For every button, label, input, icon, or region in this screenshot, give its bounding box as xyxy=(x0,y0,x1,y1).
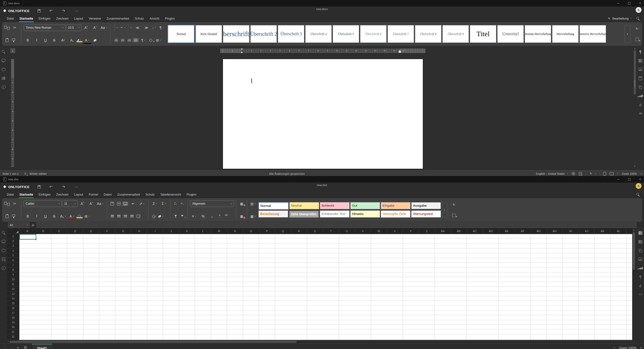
change-case-button[interactable] xyxy=(100,24,108,31)
sidebar-chat[interactable] xyxy=(2,248,6,252)
styles-expand-button[interactable] xyxy=(624,25,630,43)
cell-style[interactable]: Verknüpfte Zelle xyxy=(381,210,410,218)
scroll-down-arrow[interactable]: ▼ xyxy=(634,165,636,167)
sort-descending-button[interactable] xyxy=(179,202,185,206)
shrink-font-button[interactable] xyxy=(87,200,95,207)
menu-tab[interactable]: Schutz xyxy=(132,16,147,22)
column-header[interactable]: V xyxy=(355,228,371,234)
row-header[interactable]: 9 xyxy=(7,272,19,277)
column-header[interactable]: AF xyxy=(515,228,531,234)
maximize-button[interactable]: ▢ xyxy=(628,178,631,181)
panel-image-settings[interactable] xyxy=(638,257,642,261)
menu-tab[interactable]: Zeichnen xyxy=(53,16,71,22)
column-header[interactable]: U xyxy=(339,228,355,234)
redo-button[interactable] xyxy=(59,7,68,15)
column-header[interactable]: AI xyxy=(563,228,579,234)
column-header[interactable]: J xyxy=(163,228,179,234)
superscript-button[interactable] xyxy=(59,36,67,44)
column-header[interactable]: E xyxy=(83,228,99,234)
row-header[interactable]: 8 xyxy=(7,268,19,272)
xlsx-file-tab[interactable]: new.xlsx xyxy=(3,177,19,181)
cell-styles-expand-button[interactable] xyxy=(442,203,447,217)
paragraph-style[interactable]: Untertitel xyxy=(497,25,524,43)
insert-function-button[interactable]: fx xyxy=(32,223,34,227)
column-header[interactable]: P xyxy=(259,228,275,234)
column-header[interactable]: R xyxy=(291,228,307,234)
increase-indent-button[interactable] xyxy=(142,24,150,31)
user-avatar[interactable]: S xyxy=(636,7,641,13)
shading-button[interactable] xyxy=(148,38,154,42)
column-header[interactable]: AH xyxy=(547,228,563,234)
paragraph-style[interactable]: Überschrift 2 xyxy=(250,25,277,43)
paragraph-style[interactable]: Hervorhebung xyxy=(552,25,579,43)
zoom-in-button[interactable]: + xyxy=(640,346,642,349)
scrollbar-thumb[interactable] xyxy=(10,341,297,343)
hanging-indent-marker[interactable] xyxy=(241,51,243,53)
panel-chart-settings[interactable] xyxy=(637,266,643,270)
named-ranges-button[interactable] xyxy=(151,214,157,218)
align-left-button[interactable] xyxy=(113,38,119,42)
row-header[interactable]: 12 xyxy=(7,287,19,291)
menu-tab[interactable]: Layout xyxy=(71,16,86,22)
sidebar-comments[interactable] xyxy=(2,59,6,63)
insert-cells-button[interactable] xyxy=(239,202,245,206)
panel-chart-settings[interactable] xyxy=(637,94,643,98)
row-header[interactable]: 3 xyxy=(7,244,19,248)
column-header[interactable]: I xyxy=(147,228,163,234)
next-sheet-button[interactable]: › xyxy=(9,346,14,349)
menu-tab[interactable]: Plugins xyxy=(184,192,199,198)
cell-style[interactable]: Neutral xyxy=(289,202,319,209)
column-header[interactable]: K xyxy=(179,228,195,234)
cell-style[interactable]: Ausgabe xyxy=(411,202,441,209)
menu-tab[interactable]: Layout xyxy=(71,192,86,198)
scrollbar-track[interactable] xyxy=(634,50,636,165)
valign-middle-button[interactable] xyxy=(116,202,122,206)
cell-style[interactable]: Normal xyxy=(258,202,289,210)
line-spacing-button[interactable] xyxy=(151,26,157,30)
row-header[interactable]: 21 xyxy=(7,330,19,334)
row-header[interactable]: 5 xyxy=(7,253,19,258)
format-painter-button[interactable] xyxy=(11,38,17,42)
row-header[interactable]: 16 xyxy=(7,306,19,311)
sidebar-chat[interactable] xyxy=(2,67,6,71)
comma-style-button[interactable] xyxy=(208,212,216,220)
cut-button[interactable] xyxy=(11,24,19,31)
formula-input[interactable] xyxy=(36,222,636,228)
nonprinting-chars-button[interactable] xyxy=(158,24,166,31)
sort-ascending-button[interactable] xyxy=(173,202,179,206)
zoom-in-button[interactable]: + xyxy=(640,172,642,175)
cell-style[interactable]: Eingabe xyxy=(381,202,410,209)
paragraph-style[interactable]: Überschrift 1 xyxy=(223,25,249,43)
paragraph-style[interactable]: Intensive Hervorhebung xyxy=(580,25,606,43)
cell-style[interactable]: Hinweis xyxy=(350,210,380,217)
column-header[interactable]: X xyxy=(387,228,403,234)
row-header[interactable]: 14 xyxy=(7,296,19,301)
menu-tab[interactable]: Startseite xyxy=(17,16,36,22)
scrollbar-thumb[interactable] xyxy=(633,232,635,270)
search-icon[interactable] xyxy=(636,193,640,197)
clear-style-button[interactable] xyxy=(92,38,98,42)
grow-font-button[interactable] xyxy=(78,200,87,207)
paragraph-style[interactable]: Kein Abstand xyxy=(196,25,222,43)
multilevel-list-button[interactable] xyxy=(127,26,133,30)
strike-button[interactable] xyxy=(50,36,58,44)
column-header[interactable]: AK xyxy=(595,228,611,234)
column-header[interactable]: O xyxy=(243,228,259,234)
column-header[interactable]: C xyxy=(51,228,67,234)
panel-table-settings[interactable] xyxy=(638,59,642,63)
increase-decimal-button[interactable] xyxy=(223,214,229,218)
valign-bottom-button[interactable] xyxy=(122,202,128,206)
copy-button[interactable] xyxy=(4,202,10,206)
borders-button[interactable] xyxy=(83,212,91,220)
autosum-button[interactable] xyxy=(151,200,159,207)
italic-button[interactable] xyxy=(32,36,41,44)
row-header[interactable]: 22 xyxy=(7,334,19,339)
column-header[interactable]: Z xyxy=(419,228,435,234)
orientation-button[interactable] xyxy=(138,200,146,207)
row-header[interactable]: 17 xyxy=(7,311,19,315)
sidebar-search[interactable] xyxy=(2,50,6,54)
font-color-button[interactable] xyxy=(83,36,91,44)
paragraph-style[interactable]: Überschrift 4 xyxy=(305,25,332,43)
replace-button[interactable] xyxy=(634,27,640,31)
paragraph-style[interactable]: Überschrift 7 xyxy=(388,25,414,43)
